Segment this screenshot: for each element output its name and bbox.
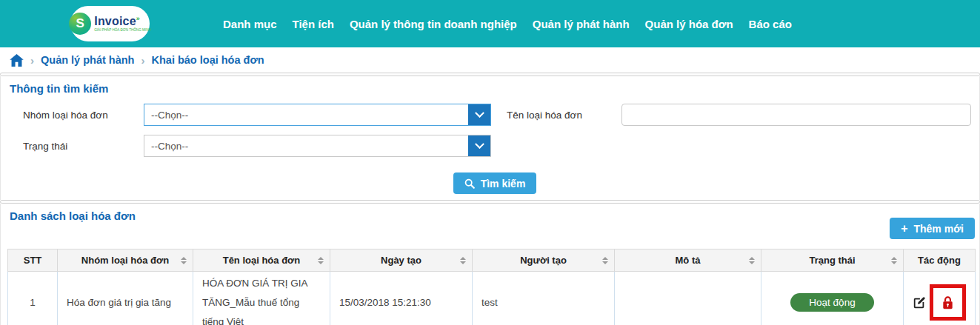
column-header-nhom-loai-hoa-don[interactable]: Nhóm loại hóa đơn (58, 249, 193, 272)
status-select[interactable]: --Chọn-- (144, 135, 491, 157)
search-button-label: Tìm kiếm (481, 178, 526, 190)
add-new-button-label: Thêm mới (913, 223, 964, 235)
column-header-trang-thai[interactable]: Trạng thái (761, 249, 904, 272)
breadcrumb: › Quản lý phát hành › Khai báo loại hóa … (0, 47, 980, 73)
nav-item-quan-ly-phat-hanh[interactable]: Quản lý phát hành (533, 18, 630, 30)
app-logo[interactable]: S Invoice» GIẢI PHÁP HÓA ĐƠN THÔNG MINH (70, 6, 150, 41)
column-header-ten-loai-hoa-don[interactable]: Tên loại hóa đơn (193, 249, 330, 272)
nav-item-tien-ich[interactable]: Tiện ích (293, 18, 334, 30)
invoice-group-selected-value: --Chọn-- (144, 110, 188, 121)
breadcrumb-separator: › (30, 54, 34, 67)
table-header-row: STT Nhóm loại hóa đơn Tên loại hóa đơn N… (8, 249, 976, 272)
chevron-down-icon (475, 108, 484, 118)
search-panel: Thông tin tìm kiếm Nhóm loại hóa đơn --C… (0, 76, 980, 200)
status-dropdown-button[interactable] (468, 135, 490, 156)
sort-icon[interactable] (460, 257, 466, 264)
cell-invoice-group: Hóa đơn giá trị gia tăng (58, 272, 193, 325)
lock-icon (941, 295, 954, 310)
cell-invoice-name: HÓA ĐƠN GIÁ TRỊ GIA TĂNG_Mẫu thuế tổng t… (193, 272, 330, 325)
sort-icon[interactable] (181, 257, 187, 264)
status-selected-value: --Chọn-- (144, 141, 188, 152)
nav-item-danh-muc[interactable]: Danh mục (223, 18, 277, 30)
lock-button[interactable] (941, 295, 954, 310)
sort-icon[interactable] (891, 257, 897, 264)
list-panel-title: Danh sách loại hóa đơn (1, 204, 979, 223)
sort-icon[interactable] (602, 257, 608, 264)
invoice-type-table: STT Nhóm loại hóa đơn Tên loại hóa đơn N… (7, 249, 976, 325)
sort-icon[interactable] (318, 257, 324, 264)
breadcrumb-separator: › (141, 54, 144, 67)
logo-brand-name: Invoice (94, 15, 136, 27)
column-header-mo-ta[interactable]: Mô tả (615, 249, 761, 272)
annotation-highlight-box (930, 284, 966, 321)
breadcrumb-item-khai-bao-loai-hoa-don[interactable]: Khai báo loại hóa đơn (151, 54, 264, 66)
table-row: 1 Hóa đơn giá trị gia tăng HÓA ĐƠN GIÁ T… (8, 272, 976, 325)
chevron-down-icon (475, 139, 484, 149)
search-panel-title: Thông tin tìm kiếm (1, 76, 979, 96)
search-icon (464, 178, 475, 189)
logo-s-icon: S (69, 13, 91, 35)
nav-item-quan-ly-hoa-don[interactable]: Quản lý hóa đơn (645, 18, 733, 30)
status-label: Trạng thái (1, 141, 144, 152)
logo-quote-icon: » (136, 15, 140, 22)
invoice-name-input[interactable] (621, 104, 971, 126)
invoice-group-dropdown-button[interactable] (468, 104, 490, 125)
nav-item-quan-ly-thong-tin-doanh-nghiep[interactable]: Quản lý thông tin doanh nghiệp (350, 18, 517, 30)
invoice-type-list-panel: Danh sách loại hóa đơn + Thêm mới STT Nh… (0, 204, 980, 325)
cell-status: Hoạt động (761, 272, 904, 325)
logo-tagline: GIẢI PHÁP HÓA ĐƠN THÔNG MINH (94, 29, 151, 33)
invoice-group-label: Nhóm loại hóa đơn (1, 110, 144, 121)
cell-description (615, 272, 761, 325)
column-header-nguoi-tao[interactable]: Người tạo (473, 249, 615, 272)
top-navigation-bar: S Invoice» GIẢI PHÁP HÓA ĐƠN THÔNG MINH … (0, 0, 980, 47)
invoice-name-label: Tên loại hóa đơn (491, 110, 621, 121)
cell-actions (904, 272, 976, 325)
column-header-stt: STT (8, 249, 58, 272)
home-icon[interactable] (10, 54, 24, 67)
cell-created-date: 15/03/2018 15:21:30 (330, 272, 473, 325)
main-menu: Danh mục Tiện ích Quản lý thông tin doan… (223, 18, 792, 30)
status-badge: Hoạt động (790, 293, 874, 312)
sort-icon[interactable] (749, 257, 755, 264)
column-header-ngay-tao[interactable]: Ngày tạo (330, 249, 473, 272)
search-button[interactable]: Tìm kiếm (453, 172, 537, 194)
add-new-button[interactable]: + Thêm mới (890, 218, 975, 239)
edit-icon (913, 296, 926, 309)
column-header-tac-dong: Tác động (904, 249, 976, 272)
nav-item-bao-cao[interactable]: Báo cáo (749, 18, 792, 30)
cell-stt: 1 (8, 272, 58, 325)
edit-button[interactable] (913, 296, 926, 309)
plus-icon: + (901, 223, 907, 235)
search-form: Nhóm loại hóa đơn --Chọn-- Tên loại hóa … (1, 96, 979, 200)
invoice-group-select[interactable]: --Chọn-- (144, 104, 491, 126)
breadcrumb-item-quan-ly-phat-hanh[interactable]: Quản lý phát hành (41, 54, 134, 66)
cell-created-by: test (473, 272, 615, 325)
